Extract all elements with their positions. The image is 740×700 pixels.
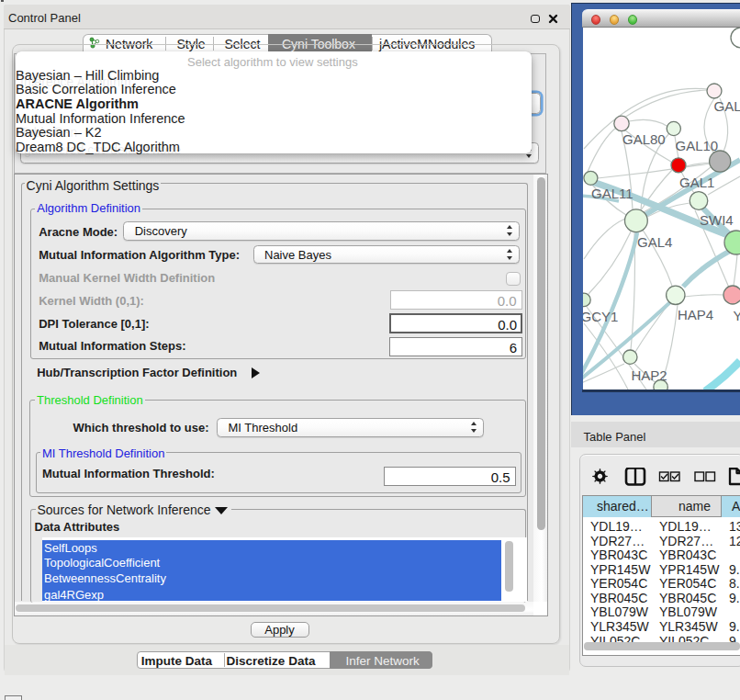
svg-text:GAL1: GAL1 (679, 175, 714, 190)
svg-text:GCY1: GCY1 (583, 309, 618, 324)
svg-text:GAL11: GAL11 (591, 186, 633, 201)
svg-text:HAP2: HAP2 (632, 367, 667, 383)
svg-text:GAL10: GAL10 (676, 138, 719, 153)
svg-text:GAL80: GAL80 (622, 131, 666, 147)
svg-text:HAP4: HAP4 (678, 307, 713, 322)
svg-text:GAL: GAL (714, 98, 740, 114)
svg-text:Y: Y (734, 308, 740, 323)
svg-text:GAL4: GAL4 (637, 234, 672, 250)
svg-text:SWI4: SWI4 (700, 212, 734, 228)
